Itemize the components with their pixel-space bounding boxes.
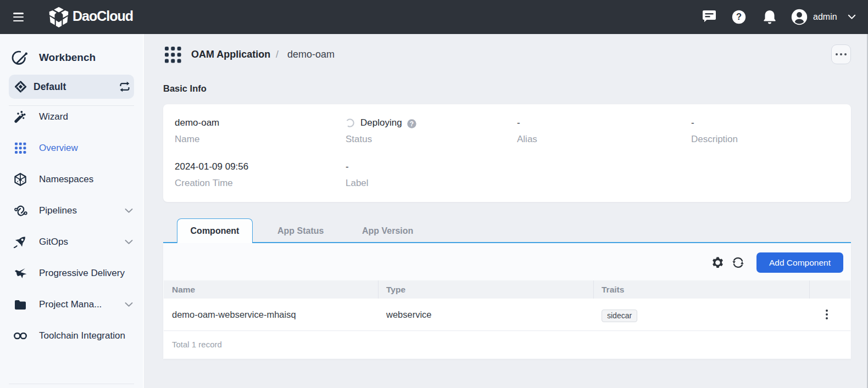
svg-text:?: ? [410,120,414,128]
svg-text:?: ? [736,12,742,21]
